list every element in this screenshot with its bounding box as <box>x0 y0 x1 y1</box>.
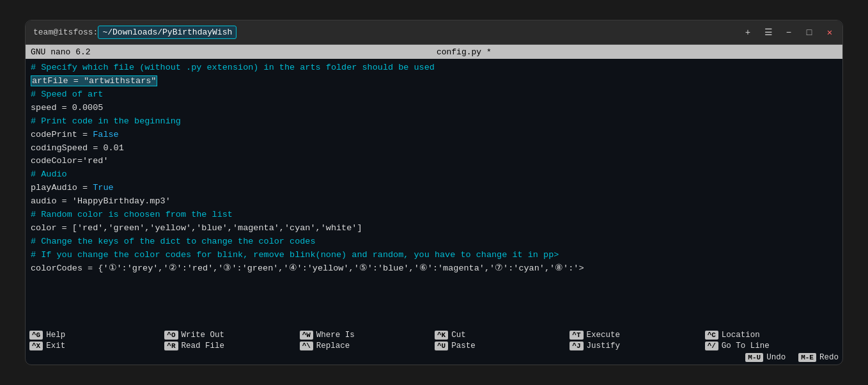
shortcut-exit: ^X Exit <box>29 342 163 350</box>
code-line-8: codeColor='red' <box>31 155 837 168</box>
code-line-5: # Print code in the beginning <box>31 115 837 129</box>
minimize-button[interactable]: − <box>784 28 794 38</box>
shortcut-paste: ^U Paste <box>435 342 568 350</box>
label-whereis: Where Is <box>316 331 355 340</box>
key-mu: M-U <box>745 353 763 362</box>
code-line-11: audio = 'HappyBirthday.mp3' <box>31 195 837 208</box>
key-cbslash: ^\ <box>300 342 313 350</box>
shortcut-redo: M-E Redo <box>798 353 839 362</box>
key-cu: ^U <box>435 342 448 350</box>
titlebar-title: team@itsfoss:~/Downloads/PyBirthdayWish <box>33 26 236 39</box>
shortcut-cut: ^K Cut <box>435 331 568 340</box>
label-redo: Redo <box>819 353 839 362</box>
new-tab-button[interactable]: + <box>743 28 753 38</box>
nano-header: GNU nano 6.2 config.py * <box>26 45 842 59</box>
shortcut-gotoline: ^/ Go To Line <box>705 342 839 350</box>
key-co: ^O <box>164 331 178 340</box>
highlighted-selection: artFile = "artwithstars" <box>31 75 157 86</box>
code-line-4: speed = 0.0005 <box>31 102 837 115</box>
label-gotoline: Go To Line <box>722 342 770 350</box>
code-line-7: codingSpeed = 0.01 <box>31 142 837 155</box>
shortcut-undo: M-U Undo <box>745 353 786 362</box>
label-execute: Execute <box>587 331 621 340</box>
code-line-3: # Speed of art <box>31 88 837 102</box>
shortcut-replace: ^\ Replace <box>300 342 433 350</box>
key-cx: ^X <box>29 342 43 350</box>
nano-version: GNU nano 6.2 <box>31 47 91 57</box>
label-undo: Undo <box>766 353 786 362</box>
close-button[interactable]: ✕ <box>825 27 835 38</box>
label-cut: Cut <box>451 331 466 340</box>
label-justify: Justify <box>587 342 621 350</box>
key-ct: ^T <box>570 331 583 340</box>
shortcut-execute: ^T Execute <box>570 331 703 340</box>
editor-area[interactable]: # Specify which file (without .py extens… <box>26 59 842 328</box>
file-name: config.py * <box>437 47 492 57</box>
titlebar-path: ~/Downloads/PyBirthdayWish <box>98 26 236 39</box>
shortcut-readfile: ^R Read File <box>164 342 298 350</box>
key-ck: ^K <box>435 331 448 340</box>
shortcut-bar: ^G Help ^O Write Out ^W Where Is ^K Cut … <box>26 328 842 353</box>
titlebar-user: team@itsfoss: <box>33 28 98 37</box>
key-me: M-E <box>798 353 816 362</box>
key-cslash: ^/ <box>705 342 718 350</box>
code-line-10: playAudio = True <box>31 182 837 195</box>
menu-button[interactable]: ☰ <box>763 27 773 38</box>
titlebar: team@itsfoss:~/Downloads/PyBirthdayWish … <box>26 20 842 45</box>
footer-extra: M-U Undo M-E Redo <box>26 353 842 365</box>
label-writeout: Write Out <box>182 331 225 340</box>
titlebar-left: team@itsfoss:~/Downloads/PyBirthdayWish <box>33 26 236 39</box>
shortcut-whereis: ^W Where Is <box>300 331 433 340</box>
label-replace: Replace <box>316 342 350 350</box>
terminal-window: team@itsfoss:~/Downloads/PyBirthdayWish … <box>25 20 843 365</box>
label-exit: Exit <box>46 342 65 350</box>
bool-false: False <box>93 130 119 139</box>
key-cc: ^C <box>705 331 718 340</box>
code-line-1: # Specify which file (without .py extens… <box>31 61 837 75</box>
shortcut-writeout: ^O Write Out <box>164 331 298 340</box>
code-line-16: colorCodes = {'①':'grey','②':'red','③':'… <box>31 262 837 276</box>
code-line-13: color = ['red','green','yellow','blue','… <box>31 222 837 235</box>
label-help: Help <box>46 331 65 340</box>
titlebar-controls: + ☰ − □ ✕ <box>743 27 835 38</box>
code-line-6: codePrint = False <box>31 129 837 142</box>
key-cr: ^R <box>164 342 178 350</box>
bool-true: True <box>93 183 113 192</box>
key-cg: ^G <box>29 331 43 340</box>
maximize-button[interactable]: □ <box>804 28 814 38</box>
label-paste: Paste <box>451 342 476 350</box>
key-cw: ^W <box>300 331 313 340</box>
code-line-15: # If you change the color codes for blin… <box>31 249 837 262</box>
label-readfile: Read File <box>182 342 225 350</box>
label-location: Location <box>722 331 760 340</box>
code-line-9: # Audio <box>31 168 837 182</box>
shortcut-location: ^C Location <box>705 331 839 340</box>
code-line-2: artFile = "artwithstars" <box>31 75 837 88</box>
shortcut-help: ^G Help <box>29 331 163 340</box>
shortcut-justify: ^J Justify <box>570 342 703 350</box>
key-cj: ^J <box>570 342 583 350</box>
code-line-14: # Change the keys of the dict to change … <box>31 235 837 249</box>
code-line-12: # Random color is choosen from the list <box>31 208 837 222</box>
